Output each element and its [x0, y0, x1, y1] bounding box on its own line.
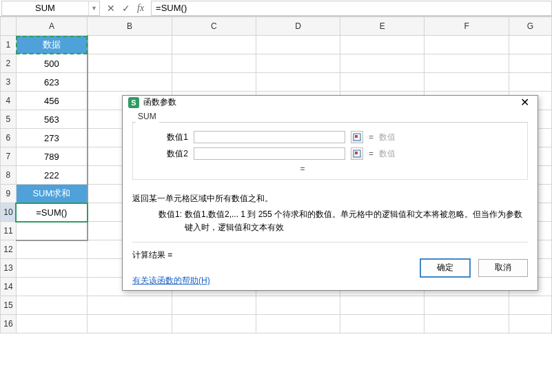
row-header[interactable]: 8: [1, 166, 17, 185]
cell[interactable]: [172, 296, 256, 315]
dialog-footer: 计算结果 = 有关该函数的帮助(H) 确定 取消: [123, 243, 538, 295]
cell-A7[interactable]: 789: [16, 147, 88, 166]
cell[interactable]: [88, 36, 172, 54]
col-header-C[interactable]: C: [172, 17, 256, 36]
cell[interactable]: [256, 36, 340, 54]
cell[interactable]: [340, 36, 425, 54]
cell-A9[interactable]: SUM求和: [16, 185, 88, 203]
cell-A4[interactable]: 456: [16, 92, 88, 110]
cell[interactable]: [256, 296, 340, 315]
row-header[interactable]: 1: [1, 36, 17, 54]
cell-A5[interactable]: 563: [16, 110, 88, 129]
row-header[interactable]: 10: [1, 203, 17, 222]
cell[interactable]: [16, 296, 88, 315]
cell[interactable]: [509, 296, 551, 315]
cell[interactable]: [16, 278, 88, 296]
cell[interactable]: [425, 54, 509, 73]
cell[interactable]: [425, 315, 509, 333]
cancel-button[interactable]: 取消: [478, 259, 528, 277]
cell[interactable]: [256, 315, 340, 333]
range-select-icon[interactable]: [351, 147, 363, 160]
dialog-titlebar[interactable]: S 函数参数 ✕: [123, 96, 538, 109]
formula-bar: SUM ▼ ✕ ✓ fx =SUM(): [0, 0, 552, 17]
svg-rect-3: [355, 152, 358, 154]
cell[interactable]: [340, 296, 425, 315]
cell[interactable]: [509, 36, 551, 54]
row-header[interactable]: 5: [1, 110, 17, 129]
equals-sign: =: [369, 149, 374, 158]
argument-label: 数值1: [147, 132, 188, 143]
cell[interactable]: [340, 54, 425, 73]
close-icon[interactable]: ✕: [518, 96, 532, 109]
row-header[interactable]: 13: [1, 259, 17, 278]
cell[interactable]: [509, 73, 551, 92]
cell-A8[interactable]: 222: [16, 166, 88, 185]
cell[interactable]: [172, 54, 256, 73]
parameter-description: 数值1: 数值1,数值2,... 1 到 255 个待求和的数值。单元格中的逻辑…: [132, 208, 528, 234]
cell[interactable]: [88, 73, 172, 92]
cell[interactable]: [16, 222, 88, 240]
name-box-dropdown-icon[interactable]: ▼: [88, 1, 99, 15]
row-header[interactable]: 16: [1, 315, 17, 333]
col-header-A[interactable]: A: [16, 17, 88, 36]
cell[interactable]: [88, 315, 172, 333]
cell-A3[interactable]: 623: [16, 73, 88, 92]
row-header[interactable]: 12: [1, 240, 17, 259]
row-header[interactable]: 11: [1, 222, 17, 240]
arguments-group: 数值1 = 数值 数值2 = 数值 =: [132, 122, 528, 180]
row-header[interactable]: 15: [1, 296, 17, 315]
cell-A1[interactable]: 数据: [16, 36, 88, 54]
col-header-D[interactable]: D: [256, 17, 340, 36]
dialog-title: 函数参数: [143, 96, 518, 108]
row-header[interactable]: 9: [1, 185, 17, 203]
ok-button[interactable]: 确定: [420, 259, 470, 277]
argument-input-2[interactable]: [194, 147, 345, 160]
row-header[interactable]: 3: [1, 73, 17, 92]
cell[interactable]: [425, 36, 509, 54]
cell[interactable]: [16, 259, 88, 278]
cell[interactable]: [16, 240, 88, 259]
cell[interactable]: [340, 315, 425, 333]
cell[interactable]: [509, 54, 551, 73]
row-header[interactable]: 2: [1, 54, 17, 73]
row-header[interactable]: 6: [1, 129, 17, 147]
name-box-text: SUM: [2, 3, 88, 13]
range-select-icon[interactable]: [351, 131, 363, 143]
cell-A10[interactable]: =SUM(): [16, 203, 88, 222]
col-header-E[interactable]: E: [340, 17, 425, 36]
col-header-B[interactable]: B: [88, 17, 172, 36]
cell-A2[interactable]: 500: [16, 54, 88, 73]
argument-result-hint: 数值: [379, 148, 396, 160]
cell[interactable]: [256, 54, 340, 73]
select-all-corner[interactable]: [1, 17, 17, 36]
row-header[interactable]: 14: [1, 278, 17, 296]
fx-icon[interactable]: fx: [137, 3, 144, 14]
name-box[interactable]: SUM ▼: [1, 1, 100, 16]
cell[interactable]: [425, 296, 509, 315]
argument-row: 数值2 = 数值: [147, 147, 513, 160]
row-header[interactable]: 4: [1, 92, 17, 110]
cell[interactable]: [172, 36, 256, 54]
param-desc-text: 数值1,数值2,... 1 到 255 个待求和的数值。单元格中的逻辑值和文本将…: [182, 208, 528, 234]
col-header-F[interactable]: F: [425, 17, 509, 36]
confirm-icon[interactable]: ✓: [122, 3, 130, 14]
cell[interactable]: [172, 315, 256, 333]
cell[interactable]: [88, 296, 172, 315]
cell[interactable]: [340, 73, 425, 92]
cell[interactable]: [509, 315, 551, 333]
formula-input[interactable]: =SUM(): [151, 1, 552, 16]
argument-input-1[interactable]: [194, 131, 345, 143]
help-link[interactable]: 有关该函数的帮助(H): [132, 275, 412, 287]
cancel-icon[interactable]: ✕: [107, 3, 115, 14]
row-header[interactable]: 7: [1, 147, 17, 166]
cell[interactable]: [172, 73, 256, 92]
formula-text: =SUM(): [156, 3, 187, 13]
cell[interactable]: [16, 315, 88, 333]
col-header-G[interactable]: G: [509, 17, 551, 36]
cell[interactable]: [88, 54, 172, 73]
function-description: 返回某一单元格区域中所有数值之和。: [132, 192, 528, 205]
cell-A6[interactable]: 273: [16, 129, 88, 147]
cell[interactable]: [425, 73, 509, 92]
cell[interactable]: [256, 73, 340, 92]
function-arguments-dialog: S 函数参数 ✕ SUM 数值1 = 数值 数值2 = 数值: [122, 95, 538, 291]
